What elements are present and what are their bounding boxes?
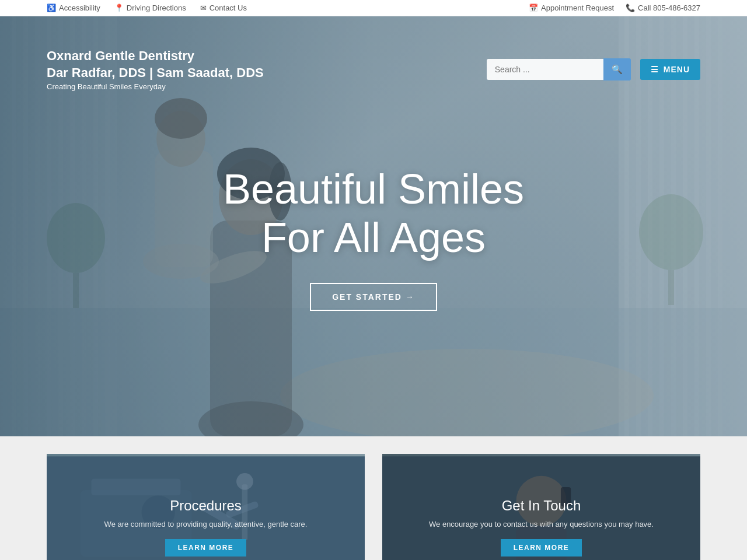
card1-content: Procedures We are committed to providing… — [47, 498, 365, 557]
search-icon: 🔍 — [612, 64, 623, 74]
appointment-label: Appointment Request — [541, 4, 614, 12]
logo-title-line1: Oxnard Gentle Dentistry — [47, 48, 264, 65]
search-button[interactable]: 🔍 — [603, 58, 631, 80]
envelope-icon: ✉ — [200, 4, 207, 12]
card1-desc: We are committed to providing quality, a… — [58, 519, 353, 530]
driving-label: Driving Directions — [127, 4, 186, 12]
get-started-label: GET STARTED → — [332, 292, 415, 302]
top-bar-left: ♿ Accessibility 📍 Driving Directions ✉ C… — [47, 4, 247, 12]
search-input[interactable] — [487, 59, 603, 80]
svg-point-27 — [198, 401, 303, 436]
menu-button[interactable]: ☰ MENU — [640, 59, 700, 80]
contact-link[interactable]: ✉ Contact Us — [200, 4, 247, 12]
svg-point-23 — [47, 203, 105, 273]
procedures-card: Procedures We are committed to providing… — [47, 454, 365, 560]
svg-point-32 — [143, 244, 219, 279]
svg-point-35 — [155, 98, 207, 139]
card2-title: Get In Touch — [394, 498, 689, 514]
call-link[interactable]: 📞 Call 805-486-6327 — [626, 4, 700, 12]
driving-link[interactable]: 📍 Driving Directions — [114, 4, 186, 12]
top-bar: ♿ Accessibility 📍 Driving Directions ✉ C… — [0, 0, 747, 16]
menu-label: MENU — [664, 65, 690, 74]
card1-title: Procedures — [58, 498, 353, 514]
hero-title: Beautiful Smiles For All Ages — [223, 165, 524, 262]
header-right: 🔍 ☰ MENU — [487, 58, 700, 80]
procedures-learn-more-button[interactable]: LEARN MORE — [165, 539, 247, 556]
search-box: 🔍 — [487, 58, 631, 80]
hero-section: Oxnard Gentle Dentistry Dar Radfar, DDS … — [0, 16, 747, 436]
logo: Oxnard Gentle Dentistry Dar Radfar, DDS … — [47, 48, 264, 91]
accessibility-link[interactable]: ♿ Accessibility — [47, 4, 100, 12]
pin-icon: 📍 — [114, 4, 124, 12]
hero-content: Beautiful Smiles For All Ages GET STARTE… — [223, 165, 524, 311]
contact-learn-more-button[interactable]: LEARN MORE — [501, 539, 582, 556]
appointment-link[interactable]: 📅 Appointment Request — [529, 4, 614, 12]
hamburger-icon: ☰ — [651, 65, 659, 74]
get-started-button[interactable]: GET STARTED → — [310, 283, 437, 311]
hero-title-line2: For All Ages — [261, 214, 486, 261]
phone-icon: 📞 — [626, 4, 635, 12]
svg-rect-21 — [0, 308, 747, 436]
logo-tagline: Creating Beautiful Smiles Everyday — [47, 82, 264, 91]
accessibility-label: Accessibility — [59, 4, 100, 12]
card2-content: Get In Touch We encourage you to contact… — [382, 498, 700, 557]
contact-label: Contact Us — [210, 4, 247, 12]
svg-point-25 — [639, 194, 703, 270]
card2-desc: We encourage you to contact us with any … — [394, 519, 689, 530]
hero-title-line1: Beautiful Smiles — [223, 166, 524, 212]
svg-rect-26 — [668, 270, 674, 305]
contact-card: Get In Touch We encourage you to contact… — [382, 454, 700, 560]
svg-point-22 — [280, 349, 654, 436]
cards-section: Procedures We are committed to providing… — [0, 436, 747, 560]
accessibility-icon: ♿ — [47, 4, 56, 12]
svg-rect-24 — [73, 273, 79, 308]
logo-title-line2: Dar Radfar, DDS | Sam Saadat, DDS — [47, 65, 264, 82]
card1-btn-label: LEARN MORE — [178, 544, 234, 552]
svg-point-34 — [156, 111, 205, 167]
calendar-icon: 📅 — [529, 4, 538, 12]
svg-rect-33 — [155, 150, 213, 267]
top-bar-right: 📅 Appointment Request 📞 Call 805-486-632… — [529, 4, 700, 12]
call-label: Call 805-486-6327 — [638, 4, 700, 12]
card2-btn-label: LEARN MORE — [514, 544, 570, 552]
site-header: Oxnard Gentle Dentistry Dar Radfar, DDS … — [0, 40, 747, 99]
